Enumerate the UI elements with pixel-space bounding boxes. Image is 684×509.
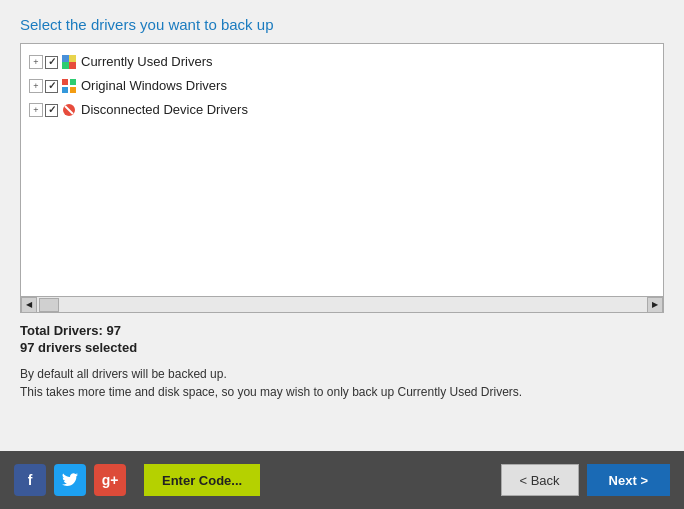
info-section: Total Drivers: 97 97 drivers selected By… [20,313,664,401]
info-text: By default all drivers will be backed up… [20,365,664,401]
enter-code-button[interactable]: Enter Code... [144,464,260,496]
info-line2: This takes more time and disk space, so … [20,385,522,399]
checkbox-currently-used[interactable] [45,56,58,69]
svg-rect-4 [62,79,68,85]
expander-original-windows[interactable]: + [29,79,43,93]
horizontal-scrollbar: ◀ ▶ [21,296,663,312]
tree-item-original-windows[interactable]: + Original Windows Drivers [25,74,659,98]
svg-rect-6 [62,87,68,93]
svg-rect-2 [62,62,69,69]
expander-currently-used[interactable]: + [29,55,43,69]
tree-panel: + Currently Used Drivers + [20,43,664,313]
tree-item-label-original-windows: Original Windows Drivers [81,76,227,96]
twitter-button[interactable] [54,464,86,496]
info-line1: By default all drivers will be backed up… [20,367,227,381]
expander-disconnected[interactable]: + [29,103,43,117]
tree-item-label-currently-used: Currently Used Drivers [81,52,212,72]
total-drivers-label: Total Drivers: 97 [20,323,664,338]
svg-rect-0 [62,55,69,62]
scroll-right-arrow[interactable]: ▶ [647,297,663,313]
tree-content: + Currently Used Drivers + [21,44,663,128]
original-windows-icon [61,78,77,94]
svg-rect-3 [69,62,76,69]
disconnected-icon [61,102,77,118]
facebook-button[interactable]: f [14,464,46,496]
next-button[interactable]: Next > [587,464,670,496]
svg-rect-7 [70,87,76,93]
drivers-selected-label: 97 drivers selected [20,340,664,355]
svg-rect-5 [70,79,76,85]
tree-item-label-disconnected: Disconnected Device Drivers [81,100,248,120]
page-title: Select the drivers you want to back up [20,16,664,33]
tree-item-disconnected[interactable]: + Disconnected Device Drivers [25,98,659,122]
checkbox-disconnected[interactable] [45,104,58,117]
footer: f g+ Enter Code... < Back Next > [0,451,684,509]
checkbox-original-windows[interactable] [45,80,58,93]
tree-item-currently-used[interactable]: + Currently Used Drivers [25,50,659,74]
scroll-left-arrow[interactable]: ◀ [21,297,37,313]
svg-rect-1 [69,55,76,62]
currently-used-icon [61,54,77,70]
gplus-button[interactable]: g+ [94,464,126,496]
scroll-thumb[interactable] [39,298,59,312]
main-content: Select the drivers you want to back up +… [0,0,684,451]
back-button[interactable]: < Back [501,464,579,496]
